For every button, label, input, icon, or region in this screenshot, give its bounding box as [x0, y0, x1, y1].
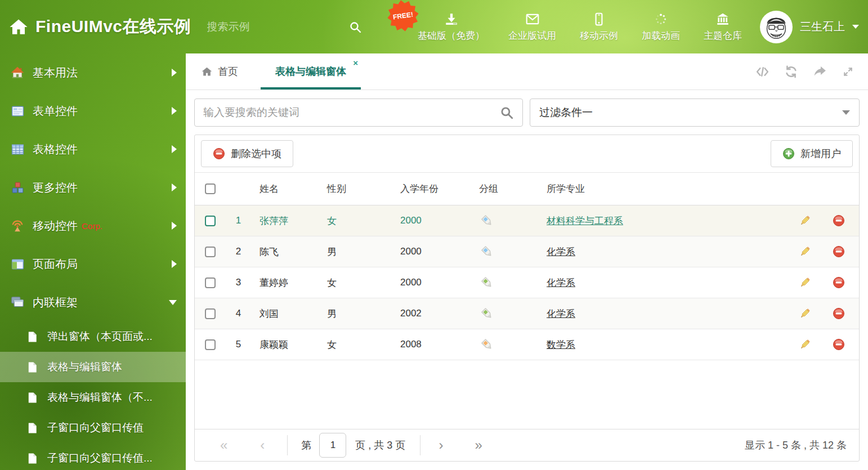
- major-link[interactable]: 化学系: [547, 247, 575, 257]
- table-row[interactable]: 1张萍萍女2000材料科学与工程系: [195, 205, 859, 236]
- table-row[interactable]: 3董婷婷女2000化学系: [195, 267, 859, 298]
- cell-gender: 女: [319, 338, 392, 351]
- frames-icon: [10, 295, 25, 310]
- sidebar-item-basic[interactable]: 基本用法: [0, 53, 186, 92]
- sidebar-subitem-4[interactable]: 子窗口向父窗口传值: [0, 413, 186, 443]
- sidebar-subitem-5[interactable]: 子窗口向父窗口传值...: [0, 443, 186, 470]
- header-menu-item-1[interactable]: 基础版（免费）: [418, 12, 485, 42]
- phone-icon: [592, 12, 606, 26]
- sidebar-item-mobile[interactable]: 移动控件Corp.: [0, 207, 186, 245]
- user-menu[interactable]: 三生石上: [760, 0, 859, 53]
- sidebar-subitem-2[interactable]: 表格与编辑窗体: [0, 352, 186, 382]
- layout-icon: [10, 257, 25, 271]
- pencil-icon[interactable]: [799, 245, 811, 258]
- first-page-button[interactable]: «: [220, 438, 227, 452]
- search-icon[interactable]: [499, 105, 514, 120]
- column-header-5[interactable]: 所学专业: [538, 182, 791, 195]
- column-header-4[interactable]: 分组: [471, 182, 538, 195]
- code-icon[interactable]: [755, 65, 769, 79]
- header-menu-item-2[interactable]: 企业版试用: [508, 12, 556, 42]
- next-page-button[interactable]: ›: [439, 438, 443, 452]
- row-checkbox-cell: [195, 216, 226, 226]
- table-icon: [10, 142, 25, 156]
- sidebar-item-label: 页面布局: [33, 257, 78, 272]
- column-header-1[interactable]: 姓名: [251, 182, 319, 195]
- minus-circle-icon[interactable]: [833, 276, 845, 289]
- header-menu-item-4[interactable]: 加载动画: [642, 12, 680, 42]
- sidebar-subitem-3[interactable]: 表格与编辑窗体（不...: [0, 382, 186, 413]
- cell-year: 2000: [392, 215, 471, 226]
- document-icon: [25, 361, 39, 374]
- pencil-icon[interactable]: [799, 307, 811, 320]
- sidebar-item-label: 移动控件: [33, 218, 78, 234]
- pencil-icon[interactable]: [799, 338, 811, 351]
- delete-cell: [818, 338, 859, 351]
- logo[interactable]: FineUIMvc在线示例: [0, 15, 191, 38]
- select-all-checkbox[interactable]: [205, 183, 216, 194]
- pencil-icon[interactable]: [799, 214, 811, 227]
- sidebar-menu: 基本用法表单控件表格控件更多控件移动控件Corp.页面布局内联框架弹出窗体（本页…: [0, 53, 186, 470]
- header-search-input[interactable]: [207, 21, 345, 33]
- table-row[interactable]: 4刘国男2002化学系: [195, 298, 859, 329]
- table-header: 姓名性别入学年份分组所学专业: [195, 173, 859, 205]
- major-link[interactable]: 化学系: [547, 308, 575, 319]
- delete-selected-button[interactable]: 删除选中项: [201, 140, 293, 167]
- sidebar-item-label: 基本用法: [33, 65, 78, 80]
- cell-name: 陈飞: [251, 245, 319, 258]
- sidebar-item-grid[interactable]: 表格控件: [0, 130, 186, 168]
- user-grid: 删除选中项 新增用户 姓名性别入学年份分组所学专业 1张萍萍女2000材料科学与…: [194, 135, 860, 462]
- share-icon[interactable]: [813, 65, 827, 79]
- page-label-prefix: 第: [301, 438, 311, 452]
- row-checkbox[interactable]: [205, 247, 216, 257]
- minus-circle-icon[interactable]: [833, 214, 845, 227]
- row-checkbox[interactable]: [205, 308, 216, 319]
- row-checkbox[interactable]: [205, 216, 216, 226]
- minus-circle-icon: [213, 147, 225, 160]
- tab-bar-tabs: 首页表格与编辑窗体×: [194, 53, 377, 89]
- close-icon[interactable]: ×: [353, 59, 358, 67]
- pencil-icon[interactable]: [799, 276, 811, 289]
- cell-year: 2002: [392, 308, 471, 319]
- row-number: 1: [226, 215, 251, 226]
- sidebar-subitem-1[interactable]: 弹出窗体（本页面或...: [0, 321, 186, 352]
- major-link[interactable]: 数学系: [547, 339, 575, 350]
- major-link[interactable]: 化学系: [547, 277, 575, 288]
- major-link[interactable]: 材料科学与工程系: [547, 216, 623, 226]
- header-menu: 基础版（免费）企业版试用移动示例加载动画主题仓库: [418, 0, 742, 53]
- minus-circle-icon[interactable]: [833, 307, 845, 320]
- home-gray-icon: [201, 66, 213, 78]
- header-menu-item-3[interactable]: 移动示例: [580, 12, 618, 42]
- row-checkbox[interactable]: [205, 277, 216, 288]
- record-summary: 显示 1 - 5 条 , 共 12 条: [745, 438, 847, 452]
- search-icon[interactable]: [348, 20, 362, 34]
- column-header-2[interactable]: 性别: [319, 182, 392, 195]
- tab-home[interactable]: 首页: [194, 53, 245, 89]
- minus-circle-icon[interactable]: [833, 338, 845, 351]
- last-page-button[interactable]: »: [475, 438, 482, 452]
- expand-icon[interactable]: [842, 65, 854, 78]
- edit-cell: [791, 338, 818, 351]
- table-row[interactable]: 5康颖颖女2008数学系: [195, 329, 859, 360]
- sidebar-item-more[interactable]: 更多控件: [0, 168, 186, 207]
- refresh-icon[interactable]: [784, 65, 798, 79]
- filter-dropdown[interactable]: 过滤条件一: [530, 99, 860, 127]
- sidebar-item-layout[interactable]: 页面布局: [0, 245, 186, 283]
- page-number-input[interactable]: [319, 433, 346, 458]
- header-menu-item-5[interactable]: 主题仓库: [704, 12, 742, 42]
- chevron-right-icon: [172, 69, 177, 77]
- keyword-search-input[interactable]: [203, 106, 499, 119]
- edit-cell: [791, 307, 818, 320]
- row-checkbox[interactable]: [205, 339, 216, 350]
- document-icon: [25, 330, 39, 343]
- sidebar-item-iframe[interactable]: 内联框架: [0, 283, 186, 321]
- main-panel: 首页表格与编辑窗体× 过滤条件一: [186, 53, 868, 470]
- prev-page-button[interactable]: ‹: [260, 438, 265, 452]
- minus-circle-icon[interactable]: [833, 245, 845, 258]
- column-header-3[interactable]: 入学年份: [392, 182, 471, 195]
- cell-gender: 女: [319, 214, 392, 227]
- sidebar-item-form[interactable]: 表单控件: [0, 92, 186, 130]
- antenna-icon: [10, 218, 25, 233]
- table-row[interactable]: 2陈飞男2000化学系: [195, 236, 859, 267]
- add-user-button[interactable]: 新增用户: [771, 140, 853, 167]
- tab-grid-edit-window[interactable]: 表格与编辑窗体×: [261, 53, 361, 89]
